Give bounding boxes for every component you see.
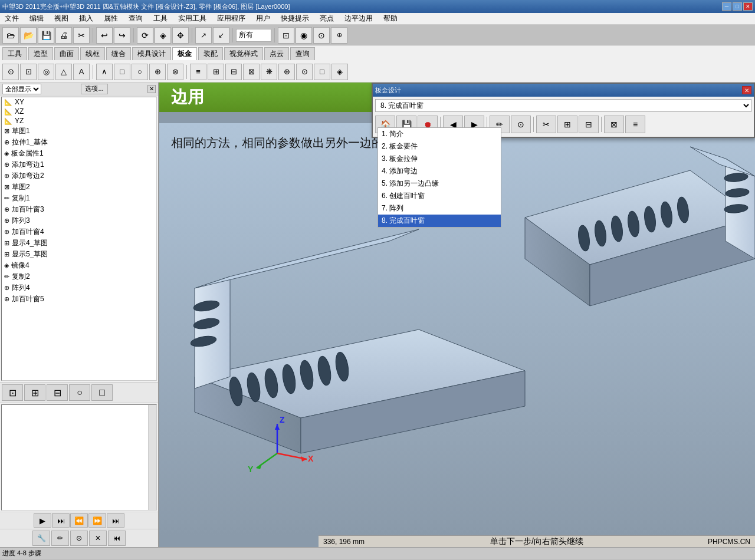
tree-item-2[interactable]: 📐YZ bbox=[2, 116, 156, 126]
sphere-button[interactable]: ⊙ bbox=[313, 27, 330, 44]
panel-close-button[interactable]: ✕ bbox=[147, 85, 156, 93]
bj-grid-button[interactable]: ⊞ bbox=[557, 116, 577, 133]
toolbar3-btn-7[interactable]: ○ bbox=[132, 64, 148, 80]
toolbar3-btn-1[interactable]: ⊡ bbox=[20, 64, 37, 80]
window-controls[interactable]: ─ □ ✕ bbox=[722, 2, 753, 11]
bj-cut-button[interactable]: ✂ bbox=[536, 116, 556, 133]
tree-item-0[interactable]: 📐XY bbox=[2, 97, 156, 107]
tree-item-13[interactable]: ⊞显示4_草图 bbox=[2, 238, 156, 249]
maximize-button[interactable]: □ bbox=[733, 2, 742, 11]
tree-item-18[interactable]: ⊕加百叶窗5 bbox=[2, 294, 156, 305]
tree-item-17[interactable]: ⊕阵列4 bbox=[2, 282, 156, 294]
dropdown-item-5[interactable]: 5. 添加另一边凸缘 bbox=[378, 177, 501, 190]
tree-item-6[interactable]: ⊕添加弯边1 bbox=[2, 159, 156, 170]
minimize-button[interactable]: ─ bbox=[722, 2, 731, 11]
prev-frame-button[interactable]: ⏪ bbox=[70, 513, 88, 528]
menu-item-属性[interactable]: 属性 bbox=[101, 13, 120, 24]
tab-点云[interactable]: 点云 bbox=[264, 47, 289, 60]
menu-item-亮点[interactable]: 亮点 bbox=[317, 13, 336, 24]
menu-item-应用程序[interactable]: 应用程序 bbox=[215, 13, 248, 24]
tab-造型[interactable]: 造型 bbox=[28, 47, 53, 60]
tree-area[interactable]: 📐XY📐XZ📐YZ⊠草图1⊕拉伸1_基体◈板金属性1⊕添加弯边1⊕添加弯边2⊠草… bbox=[1, 97, 157, 381]
menu-item-快捷提示[interactable]: 快捷提示 bbox=[278, 13, 311, 24]
tree-item-4[interactable]: ⊕拉伸1_基体 bbox=[2, 137, 156, 148]
options-button[interactable]: 选项... bbox=[81, 84, 107, 94]
toolbar3-btn-8[interactable]: ⊕ bbox=[149, 64, 166, 80]
bj-circle-button[interactable]: ⊙ bbox=[511, 116, 531, 133]
tab-曲面[interactable]: 曲面 bbox=[54, 47, 79, 60]
cut-button[interactable]: ✂ bbox=[73, 27, 90, 44]
toolbar3-btn-5[interactable]: ∧ bbox=[96, 64, 113, 80]
last-button[interactable]: ⏭ bbox=[107, 513, 124, 528]
undo-button[interactable]: ↩ bbox=[96, 27, 113, 44]
tree-item-5[interactable]: ◈板金属性1 bbox=[2, 148, 156, 159]
tab-线框[interactable]: 线框 bbox=[80, 47, 105, 60]
toolbar3-btn-3[interactable]: △ bbox=[55, 64, 72, 80]
tree-item-14[interactable]: ⊞显示5_草图 bbox=[2, 249, 156, 260]
tree-item-7[interactable]: ⊕添加弯边2 bbox=[2, 170, 156, 182]
edit-button[interactable]: ✏ bbox=[51, 531, 69, 546]
dropdown-item-1[interactable]: 1. 简介 bbox=[378, 128, 501, 140]
rotate-button[interactable]: ⟳ bbox=[137, 27, 153, 44]
menu-item-工具[interactable]: 工具 bbox=[151, 13, 170, 24]
toolbar3-btn-15[interactable]: ⊕ bbox=[278, 64, 295, 80]
redo-button[interactable]: ↪ bbox=[114, 27, 130, 44]
next-button[interactable]: ⏭ bbox=[52, 513, 70, 528]
tab-板金[interactable]: 板金 bbox=[172, 47, 197, 60]
next-frame-button[interactable]: ⏩ bbox=[88, 513, 106, 528]
banjin-dropdown[interactable]: 1. 简介2. 板金要件3. 板金拉伸4. 添加弯边5. 添加另一边凸缘6. 创… bbox=[378, 127, 501, 228]
pan-button[interactable]: ✥ bbox=[172, 27, 189, 44]
dropdown-item-6[interactable]: 6. 创建百叶窗 bbox=[378, 190, 501, 202]
zoom-fit-button[interactable]: ⊡ bbox=[278, 27, 294, 44]
print-button[interactable]: 🖨 bbox=[55, 27, 72, 44]
toolbar3-btn-18[interactable]: ◈ bbox=[331, 64, 348, 80]
select-button[interactable]: ◈ bbox=[155, 27, 171, 44]
lb-btn-5[interactable]: □ bbox=[91, 384, 113, 401]
tree-item-9[interactable]: ✏复制1 bbox=[2, 193, 156, 204]
bj-minus-button[interactable]: ⊟ bbox=[579, 116, 599, 133]
close-button[interactable]: ✕ bbox=[743, 2, 753, 11]
tree-item-15[interactable]: ◈镜像4 bbox=[2, 260, 156, 271]
toolbar3-btn-12[interactable]: ⊟ bbox=[225, 64, 242, 80]
lb-btn-3[interactable]: ⊟ bbox=[47, 384, 68, 401]
menu-item-用户[interactable]: 用户 bbox=[254, 13, 273, 24]
menu-item-实用工具[interactable]: 实用工具 bbox=[176, 13, 209, 24]
toolbar3-btn-17[interactable]: □ bbox=[314, 64, 330, 80]
tab-查询[interactable]: 查询 bbox=[290, 47, 315, 60]
menu-item-视图[interactable]: 视图 bbox=[52, 13, 71, 24]
display-select[interactable]: 全部显示 bbox=[2, 84, 41, 94]
wrench-button[interactable]: 🔧 bbox=[32, 531, 50, 546]
view-button[interactable]: ◉ bbox=[296, 27, 312, 44]
open-button[interactable]: 📂 bbox=[20, 27, 37, 44]
tab-工具[interactable]: 工具 bbox=[2, 47, 27, 60]
tree-item-16[interactable]: ✏复制2 bbox=[2, 271, 156, 282]
tree-item-8[interactable]: ⊠草图2 bbox=[2, 182, 156, 193]
toolbar3-btn-2[interactable]: ◎ bbox=[38, 64, 54, 80]
menu-item-编辑[interactable]: 编辑 bbox=[27, 13, 46, 24]
toolbar3-btn-14[interactable]: ❋ bbox=[261, 64, 277, 80]
toolbar3-btn-11[interactable]: ⊞ bbox=[208, 64, 224, 80]
menu-item-文件[interactable]: 文件 bbox=[2, 13, 21, 24]
toolbar3-btn-16[interactable]: ⊙ bbox=[296, 64, 313, 80]
tree-item-3[interactable]: ⊠草图1 bbox=[2, 126, 156, 137]
toolbar3-btn-13[interactable]: ⊠ bbox=[243, 64, 260, 80]
bj-paste-button[interactable]: ≡ bbox=[625, 116, 645, 133]
bj-copy-button[interactable]: ⊠ bbox=[604, 116, 624, 133]
preview-scrollbar[interactable] bbox=[148, 405, 156, 510]
dropdown-item-3[interactable]: 3. 板金拉伸 bbox=[378, 153, 501, 165]
tree-item-10[interactable]: ⊕加百叶窗3 bbox=[2, 204, 156, 215]
banjin-close-button[interactable]: ✕ bbox=[742, 86, 751, 94]
save-button[interactable]: 💾 bbox=[38, 27, 54, 44]
toolbar3-btn-0[interactable]: ⊙ bbox=[2, 64, 19, 80]
target-button[interactable]: ⊙ bbox=[70, 531, 88, 546]
lb-btn-1[interactable]: ⊡ bbox=[2, 384, 23, 401]
tab-缝合[interactable]: 缝合 bbox=[106, 47, 131, 60]
arrow-btn-2[interactable]: ↙ bbox=[213, 27, 229, 44]
toolbar3-btn-4[interactable]: A bbox=[73, 64, 90, 80]
arrow-btn-1[interactable]: ↗ bbox=[195, 27, 212, 44]
menu-item-查询[interactable]: 查询 bbox=[126, 13, 145, 24]
dropdown-item-2[interactable]: 2. 板金要件 bbox=[378, 140, 501, 153]
tab-视觉样式[interactable]: 视觉样式 bbox=[224, 47, 263, 60]
dropdown-item-4[interactable]: 4. 添加弯边 bbox=[378, 165, 501, 177]
tree-item-1[interactable]: 📐XZ bbox=[2, 107, 156, 116]
